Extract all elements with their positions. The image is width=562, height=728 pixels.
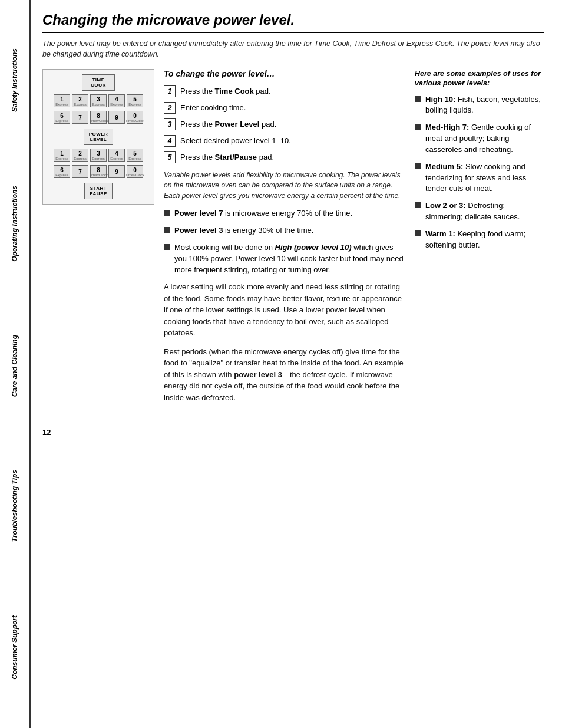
step-number-1: 1 — [164, 85, 176, 97]
key-3: 3Express — [90, 94, 107, 107]
key-9b: 9 — [108, 165, 125, 178]
middle-col: To change the power level… 1 Press the T… — [164, 69, 405, 410]
step-text-5: Press the Start/Pause pad. — [180, 151, 274, 163]
key-4b: 4Express — [108, 149, 125, 162]
intro-text: The power level may be entered or change… — [42, 39, 544, 60]
sidebar: Safety Instructions Operating Instructio… — [0, 0, 31, 728]
key-8b: 8Timer/Clock — [90, 165, 107, 178]
sidebar-item-troubleshooting[interactable]: Troubleshooting Tips — [8, 465, 21, 546]
sidebar-item-safety[interactable]: Safety Instructions — [8, 44, 21, 117]
page-title: Changing the microwave power level. — [42, 12, 544, 33]
steps-heading: To change the power level… — [164, 69, 405, 78]
sidebar-bullet-text-3: Medium 5: Slow cooking and tenderizing f… — [425, 162, 544, 195]
key-5: 5Express — [127, 94, 143, 107]
step-number-3: 3 — [164, 118, 176, 130]
step-1: 1 Press the Time Cook pad. — [164, 85, 405, 97]
sidebar-bullet-low23: Low 2 or 3: Defrosting; simmering; delic… — [415, 200, 544, 223]
step-number-5: 5 — [164, 151, 176, 163]
sidebar-item-consumer[interactable]: Consumer Support — [8, 611, 21, 684]
key-6b: 6Express — [54, 165, 70, 178]
step-number-2: 2 — [164, 102, 176, 114]
key-2b: 2Express — [72, 149, 88, 162]
keypad-row-4: 6Express 7 8Timer/Clock 9 0Timer/Clock — [54, 165, 143, 178]
sidebar-bullet-icon-4 — [415, 202, 421, 208]
step-text-3: Press the Power Level pad. — [180, 118, 276, 130]
sidebar-bullet-icon-1 — [415, 96, 421, 102]
time-cook-button: TIMECOOK — [82, 74, 115, 91]
bullet-text-1: Power level 7 is microwave energy 70% of… — [174, 208, 352, 219]
bullet-text-2: Power level 3 is energy 30% of the time. — [174, 225, 313, 236]
step-text-1: Press the Time Cook pad. — [180, 85, 271, 97]
step-4: 4 Select desired power level 1–10. — [164, 135, 405, 147]
keypad-row-1: 1Express 2Express 3Express 4Express 5Exp… — [54, 94, 143, 107]
body-paragraph-2: Rest periods (when the microwave energy … — [164, 346, 405, 404]
variable-text: Variable power levels add flexibility to… — [164, 170, 405, 201]
bullet-power-level-7: Power level 7 is microwave energy 70% of… — [164, 208, 405, 219]
sidebar-bullet-text-5: Warm 1: Keeping food warm; softening but… — [425, 229, 544, 251]
step-3: 3 Press the Power Level pad. — [164, 118, 405, 130]
sidebar-bullet-warm1: Warm 1: Keeping food warm; softening but… — [415, 229, 544, 251]
power-level-button: POWERLEVEL — [84, 129, 114, 145]
key-1b: 1Express — [54, 149, 70, 162]
sidebar-bullet-medhigh7: Med-High 7: Gentle cooking of meat and p… — [415, 122, 544, 156]
bullet-high-power: Most cooking will be done on High (power… — [164, 242, 405, 276]
key-7b: 7 — [72, 165, 88, 178]
main-content: Changing the microwave power level. The … — [31, 0, 562, 728]
sidebar-item-care[interactable]: Care and Cleaning — [8, 330, 21, 401]
key-3b: 3Express — [90, 149, 107, 162]
key-8: 8Timer/Clock — [90, 111, 107, 124]
key-1: 1Express — [54, 94, 70, 107]
step-text-4: Select desired power level 1–10. — [180, 135, 291, 146]
step-5: 5 Press the Start/Pause pad. — [164, 151, 405, 163]
key-6: 6Express — [54, 111, 70, 124]
sidebar-bullet-icon-5 — [415, 230, 421, 236]
bullet-icon-1 — [164, 210, 170, 216]
sidebar-item-operating[interactable]: Operating Instructions — [8, 181, 21, 266]
sidebar-bullet-medium5: Medium 5: Slow cooking and tenderizing f… — [415, 162, 544, 195]
bullet-text-3: Most cooking will be done on High (power… — [174, 242, 405, 276]
sidebar-bullet-high10: High 10: Fish, bacon, vegetables, boilin… — [415, 94, 544, 117]
keypad-row-3: 1Express 2Express 3Express 4Express 5Exp… — [54, 149, 143, 162]
sidebar-bullet-text-4: Low 2 or 3: Defrosting; simmering; delic… — [425, 200, 544, 223]
keypad-row-2: 6Express 7 8Timer/Clock 9 0Timer/Clock — [54, 111, 143, 124]
bullet-icon-2 — [164, 227, 170, 233]
body-paragraph-1: A lower setting will cook more evenly an… — [164, 281, 405, 339]
step-number-4: 4 — [164, 135, 176, 147]
microwave-diagram-col: TIMECOOK 1Express 2Express 3Express 4Exp… — [42, 69, 154, 410]
key-5b: 5Express — [127, 149, 143, 162]
step-text-2: Enter cooking time. — [180, 102, 246, 113]
right-sidebar-col: Here are some examples of uses for vario… — [415, 69, 544, 410]
sidebar-heading: Here are some examples of uses for vario… — [415, 69, 544, 88]
bullet-icon-3 — [164, 244, 170, 250]
sidebar-bullet-text-2: Med-High 7: Gentle cooking of meat and p… — [425, 122, 544, 156]
sidebar-bullet-icon-2 — [415, 124, 421, 130]
sidebar-bullet-text-1: High 10: Fish, bacon, vegetables, boilin… — [425, 94, 544, 117]
key-7: 7 — [72, 111, 88, 124]
key-4: 4Express — [108, 94, 125, 107]
step-2: 2 Enter cooking time. — [164, 102, 405, 114]
bullet-power-level-3: Power level 3 is energy 30% of the time. — [164, 225, 405, 236]
key-0b: 0Timer/Clock — [127, 165, 143, 178]
page-number: 12 — [42, 428, 544, 437]
key-9: 9 — [108, 111, 125, 124]
sidebar-bullet-icon-3 — [415, 163, 421, 169]
key-2: 2Express — [72, 94, 88, 107]
start-pause-button: STARTPAUSE — [84, 183, 112, 199]
microwave-diagram: TIMECOOK 1Express 2Express 3Express 4Exp… — [42, 69, 154, 205]
key-0a: 0Timer/Clock — [127, 111, 143, 124]
